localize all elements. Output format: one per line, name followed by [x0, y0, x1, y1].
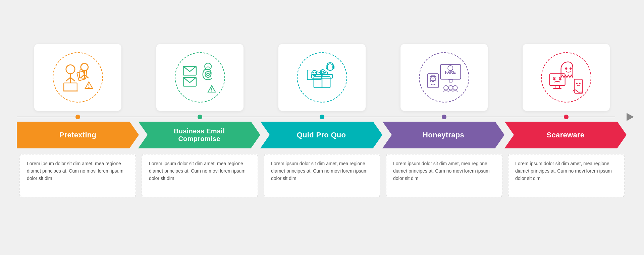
svg-point-24 [211, 90, 212, 91]
svg-point-52 [453, 85, 457, 90]
svg-point-54 [570, 67, 572, 70]
arrow-label-quidproquo: Quid Pro Quo [297, 131, 346, 139]
timeline-arrow [627, 113, 634, 121]
card-box-honeytraps: PAY FAKE [400, 44, 488, 111]
svg-rect-4 [64, 83, 77, 91]
arrow-quidproquo: Quid Pro Quo [261, 122, 383, 148]
icon-card-pretexting [17, 10, 139, 111]
dashed-circle-bec [175, 52, 225, 103]
dot-honeytraps [442, 115, 446, 119]
text-card-pretexting: Lorem ipsum dolor sit dim amet, mea regi… [19, 154, 136, 197]
svg-point-18 [207, 73, 209, 76]
text-bec: Lorem ipsum dolor sit dim amet, mea regi… [149, 160, 251, 182]
icon-card-quidproquo [261, 10, 383, 111]
icons-row: PAY FAKE [17, 10, 627, 111]
card-box-scareware [523, 44, 610, 111]
svg-point-63 [579, 82, 581, 84]
text-card-quidproquo: Lorem ipsum dolor sit dim amet, mea regi… [264, 154, 380, 197]
svg-line-8 [80, 74, 85, 78]
conn-cell-5 [505, 115, 627, 119]
svg-point-60 [559, 78, 561, 80]
svg-point-59 [553, 78, 556, 80]
dot-bec [198, 115, 202, 119]
dot-scareware [564, 115, 569, 119]
honeytraps-icon: PAY FAKE [426, 59, 463, 96]
svg-point-51 [448, 85, 453, 90]
svg-point-17 [205, 71, 211, 77]
svg-line-2 [66, 77, 70, 81]
infographic-container: PAY FAKE [17, 10, 627, 245]
dashed-circle-quidproquo [297, 52, 347, 103]
svg-point-34 [315, 72, 316, 73]
svg-point-62 [576, 82, 578, 84]
card-box-bec [156, 44, 244, 111]
text-scareware: Lorem ipsum dolor sit dim amet, mea regi… [515, 160, 617, 182]
icon-card-bec [139, 10, 261, 111]
icon-card-honeytraps: PAY FAKE [383, 10, 505, 111]
text-card-scareware: Lorem ipsum dolor sit dim amet, mea regi… [508, 154, 625, 197]
svg-point-12 [88, 87, 89, 88]
svg-line-21 [208, 65, 209, 66]
svg-line-20 [207, 65, 208, 66]
arrow-pretexting: Pretexting [17, 122, 139, 148]
arrow-scareware: Scareware [505, 122, 627, 148]
arrow-bec: Business Email Compromise [139, 122, 261, 148]
text-card-honeytraps: Lorem ipsum dolor sit dim amet, mea regi… [386, 154, 502, 197]
pretexting-icon [59, 59, 96, 96]
conn-cell-1 [17, 115, 139, 119]
svg-rect-61 [574, 79, 582, 93]
svg-point-33 [312, 72, 314, 73]
svg-line-3 [70, 77, 75, 81]
quidproquo-icon [304, 59, 340, 96]
bec-icon [181, 59, 218, 96]
dot-quidproquo [320, 115, 324, 119]
dashed-circle-scareware [541, 52, 591, 103]
card-box-pretexting [34, 44, 121, 111]
arrow-label-bec: Business Email Compromise [152, 127, 247, 143]
text-card-bec: Lorem ipsum dolor sit dim amet, mea regi… [142, 154, 258, 197]
text-quidproquo: Lorem ipsum dolor sit dim amet, mea regi… [271, 160, 373, 182]
connector-row [17, 113, 627, 121]
dashed-circle-pretexting [53, 52, 103, 103]
svg-point-19 [205, 63, 211, 70]
svg-point-37 [322, 71, 324, 73]
icon-card-scareware [505, 10, 627, 111]
svg-rect-48 [449, 79, 452, 82]
arrow-label-honeytraps: Honeytraps [423, 131, 464, 139]
texts-row: Lorem ipsum dolor sit dim amet, mea regi… [17, 154, 627, 197]
card-box-quidproquo [278, 44, 366, 111]
svg-point-53 [565, 67, 568, 70]
arrow-label-scareware: Scareware [547, 131, 585, 139]
scareware-icon [548, 59, 585, 96]
arrow-honeytraps: Honeytraps [383, 122, 505, 148]
svg-point-0 [66, 65, 75, 73]
conn-cell-3 [261, 115, 383, 119]
conn-cell-2 [139, 115, 261, 119]
text-honeytraps: Lorem ipsum dolor sit dim amet, mea regi… [393, 160, 495, 182]
text-pretexting: Lorem ipsum dolor sit dim amet, mea regi… [27, 160, 129, 182]
arrow-label-pretexting: Pretexting [59, 131, 97, 139]
conn-cell-4 [383, 115, 505, 119]
arrows-row: Pretexting Business Email Compromise Qui… [17, 122, 627, 148]
dot-pretexting [75, 115, 80, 119]
dashed-circle-honeytraps: PAY FAKE [419, 52, 469, 103]
svg-point-50 [444, 85, 448, 90]
